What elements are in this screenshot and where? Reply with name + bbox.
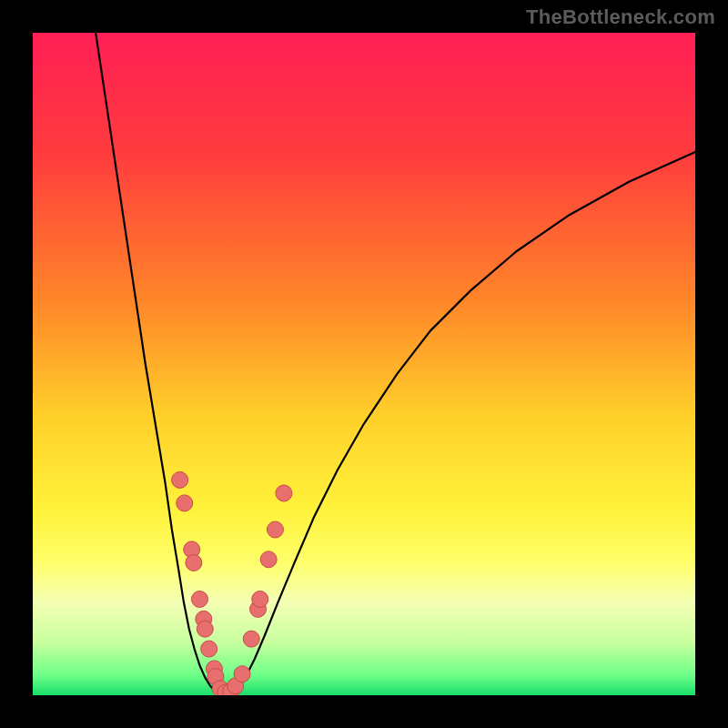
chart-frame: TheBottleneck.com (0, 0, 728, 728)
marker-point (234, 666, 250, 682)
marker-point (201, 641, 217, 657)
marker-point (267, 521, 283, 538)
marker-point (191, 591, 207, 607)
marker-point (197, 621, 213, 637)
bottleneck-chart (33, 33, 695, 695)
marker-point (276, 485, 292, 501)
marker-point (260, 551, 277, 568)
marker-point (243, 631, 259, 647)
marker-point (177, 495, 193, 511)
watermark-text: TheBottleneck.com (526, 5, 715, 29)
marker-point (186, 554, 202, 571)
marker-point (172, 471, 188, 488)
marker-point (252, 591, 268, 607)
plot-area (33, 33, 695, 695)
gradient-background (33, 33, 695, 695)
